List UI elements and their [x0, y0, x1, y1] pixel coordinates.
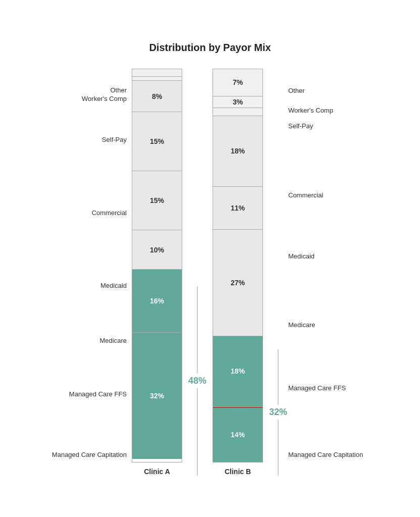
- clinic-b-medicaid: 11%: [213, 187, 262, 230]
- clinic-b-commercial: 18%: [213, 116, 262, 187]
- label-other-right: Other: [288, 87, 305, 95]
- label-managed-cap-left: Managed Care Capitation: [52, 451, 127, 459]
- clinic-a-commercial: 15%: [132, 112, 182, 171]
- label-managed-cap-right: Managed Care Capitation: [288, 451, 363, 459]
- clinic-a-managed-cap: 32%: [132, 333, 182, 459]
- clinic-b-bar: 7% 3% 18% 11% 27%: [213, 69, 263, 462]
- label-managed-ffs-left: Managed Care FFS: [69, 390, 127, 399]
- clinic-a-medicaid: 15%: [132, 171, 182, 230]
- label-medicaid-left: Medicaid: [100, 282, 127, 290]
- clinic-a-self-pay: 8%: [132, 81, 182, 112]
- label-commercial-left: Commercial: [92, 209, 127, 218]
- clinic-b-workers-comp: 3%: [213, 96, 262, 108]
- clinic-a-bar: 8% 15% 15% 10% 16%: [132, 69, 182, 462]
- clinic-b-bar-wrapper: 7% 3% 18% 11% 27%: [207, 69, 268, 476]
- labels-left: OtherWorker's Comp Self-Pay Commercial M…: [51, 82, 127, 476]
- clinic-b-label: Clinic B: [225, 468, 251, 476]
- clinic-a-label: Clinic A: [144, 468, 170, 476]
- clinic-b-managed-cap: 14%: [213, 407, 262, 462]
- clinic-a-other: [132, 69, 182, 77]
- label-commercial-right: Commercial: [288, 191, 323, 200]
- clinic-a-bracket-pct: 48%: [188, 374, 206, 388]
- label-workers-comp-right: Worker's Comp: [288, 107, 333, 115]
- clinic-b-other: 7%: [213, 69, 262, 96]
- clinic-a-medicare: 10%: [132, 230, 182, 270]
- label-medicare-right: Medicare: [288, 321, 315, 330]
- label-medicare-left: Medicare: [100, 337, 127, 345]
- label-other-workers-comp: OtherWorker's Comp: [82, 86, 127, 104]
- clinic-b-medicare: 27%: [213, 230, 262, 336]
- label-self-pay-right: Self-Pay: [288, 122, 313, 131]
- label-medicaid-right: Medicaid: [288, 252, 314, 261]
- chart-title: Distribution by Payor Mix: [23, 42, 397, 54]
- clinic-b-bracket-pct: 32%: [269, 405, 287, 420]
- clinic-a-bar-wrapper: 8% 15% 15% 10% 16%: [127, 69, 187, 476]
- clinic-a-workers-comp: [132, 77, 182, 81]
- label-managed-ffs-right: Managed Care FFS: [288, 384, 346, 393]
- clinic-a-managed-ffs: 16%: [132, 270, 182, 333]
- clinic-b-self-pay: [213, 108, 262, 116]
- label-self-pay-left: Self-Pay: [102, 136, 127, 144]
- clinic-b-managed-ffs: 18%: [213, 336, 262, 407]
- chart-container: Distribution by Payor Mix OtherWorker's …: [13, 27, 407, 491]
- labels-right: Other Worker's Comp Self-Pay Commercial …: [288, 82, 369, 476]
